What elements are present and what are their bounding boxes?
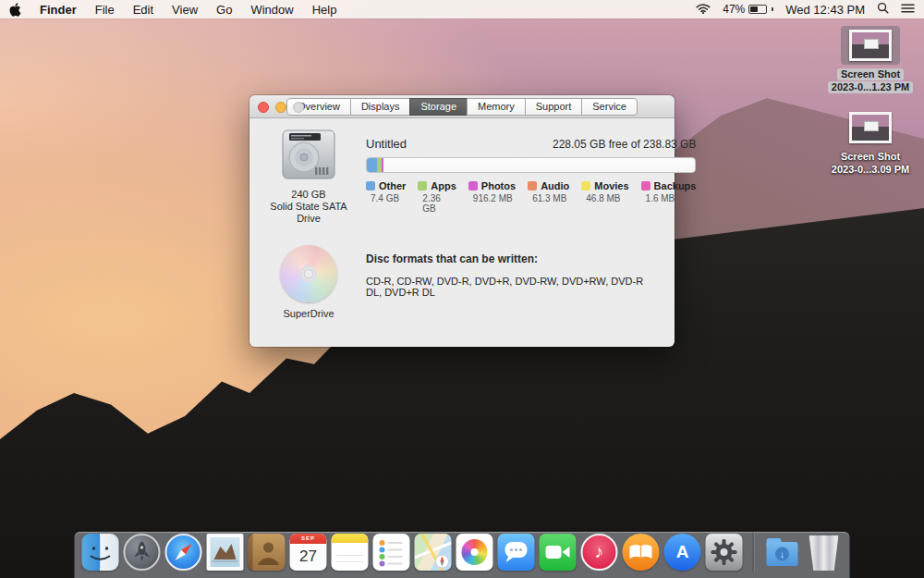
spotlight-search-icon[interactable] [877,2,889,17]
dock-divider [753,532,754,572]
screenshot-thumbnail [841,108,900,147]
legend-swatch [581,181,590,191]
desktop: Finder File Edit View Go Window Help 47% [0,0,924,578]
menu-item-help[interactable]: Help [312,3,337,17]
screenshot-thumbnail-image [849,30,892,61]
bar-segment-other [367,158,377,172]
volume-name: Untitled [366,137,407,151]
menu-item-finder[interactable]: Finder [40,3,77,17]
dock-finder-icon[interactable] [82,534,119,571]
tab-service[interactable]: Service [581,98,638,116]
tab-support[interactable]: Support [525,98,583,116]
apple-menu-icon[interactable] [9,3,21,17]
dock-trash-icon[interactable] [806,535,843,571]
menu-item-view[interactable]: View [172,3,198,17]
window-titlebar[interactable]: Overview Displays Storage Memory Support… [249,95,675,118]
legend-item-photos: Photos 916.2 MB [468,180,516,214]
dock-launchpad-icon[interactable] [124,534,161,571]
menu-item-edit[interactable]: Edit [133,3,153,17]
legend-swatch [366,181,375,191]
traffic-lights [258,95,304,118]
desktop-icon-screenshot-2[interactable]: Screen Shot 2023-0...3.09 PM [832,108,909,176]
legend-item-other: Other 7.4 GB [366,180,406,214]
calendar-day: 27 [290,544,327,569]
screenshot-thumbnail-image [849,112,892,143]
storage-panel: 240 GB Solid State SATA Drive Untitled 2… [249,118,675,347]
dock-calendar-icon[interactable]: SEP 27 [290,534,327,571]
music-note-glyph: ♪ [583,535,616,569]
dock-reminders-icon[interactable] [373,534,410,571]
minimize-button[interactable] [275,102,286,113]
menu-clock[interactable]: Wed 12:43 PM [785,3,865,17]
dock-facetime-icon[interactable] [540,534,577,571]
menu-item-window[interactable]: Window [250,3,293,17]
menu-bar: Finder File Edit View Go Window Help 47% [0,0,924,18]
storage-usage-bar [366,157,696,173]
dock-downloads-folder-icon[interactable]: ↓ [764,534,801,571]
dock-contacts-icon[interactable] [249,534,286,571]
notification-center-icon[interactable] [901,3,915,17]
tab-displays[interactable]: Displays [350,98,411,116]
free-space-label: 228.05 GB free of 238.83 GB [553,138,696,151]
legend-item-movies: Movies 46.8 MB [581,180,628,214]
about-this-mac-window: Overview Displays Storage Memory Support… [249,95,675,347]
menu-item-go[interactable]: Go [216,3,232,17]
wifi-icon[interactable] [696,3,711,17]
screenshot-thumbnail-selected [841,26,900,65]
battery-icon [748,5,767,14]
desktop-icon-label: Screen Shot 2023-0...1.23 PM [828,68,913,93]
dock-notes-icon[interactable] [332,534,369,571]
battery-percent: 47% [723,3,745,16]
legend-swatch [468,181,478,191]
superdrive-disc-icon [280,245,337,302]
menu-item-file[interactable]: File [95,3,115,17]
tab-bar: Overview Displays Storage Memory Support… [286,98,638,116]
storage-legend: Other 7.4 GB Apps 2.36 GB Photos 916.2 M… [366,180,696,214]
disc-formats-list: CD-R, CD-RW, DVD-R, DVD+R, DVD-RW, DVD+R… [366,276,660,298]
desktop-icon-label: Screen Shot 2023-0...3.09 PM [832,151,909,176]
desktop-icons: Screen Shot 2023-0...1.23 PM Screen Shot… [826,26,915,176]
dock-ibooks-icon[interactable] [623,534,660,571]
download-arrow-icon: ↓ [775,547,789,561]
battery-indicator[interactable]: 47% [723,3,773,16]
desktop-icon-screenshot-1[interactable]: Screen Shot 2023-0...1.23 PM [828,26,913,93]
dock-safari-icon[interactable] [165,534,202,571]
legend-swatch [641,181,650,191]
dock: SEP 27 [75,532,850,578]
legend-item-backups: Backups 1.6 MB [641,180,697,214]
bar-segment-photos [382,158,383,172]
superdrive-caption: SuperDrive [283,308,334,320]
dock-maps-icon[interactable] [415,534,452,571]
zoom-button-disabled [293,102,304,113]
legend-item-audio: Audio 61.3 MB [528,180,569,214]
tab-memory[interactable]: Memory [467,98,526,116]
calendar-month: SEP [290,534,327,544]
dock-mail-icon[interactable] [207,534,244,571]
dock-messages-icon[interactable] [498,534,535,571]
dock-appstore-icon[interactable]: A [664,534,701,571]
legend-item-apps: Apps 2.36 GB [418,180,456,214]
dock-system-preferences-icon[interactable] [706,534,743,571]
disc-formats-heading: Disc formats that can be written: [366,245,660,265]
drive-caption: 240 GB Solid State SATA Drive [270,189,346,225]
dock-itunes-icon[interactable]: ♪ [581,534,618,571]
close-button[interactable] [258,102,269,113]
dock-photos-icon[interactable] [456,534,493,571]
legend-swatch [528,181,537,191]
internal-drive-icon [282,129,335,183]
legend-swatch [418,181,427,191]
appstore-a-glyph: A [664,534,701,571]
tab-storage[interactable]: Storage [409,98,468,116]
